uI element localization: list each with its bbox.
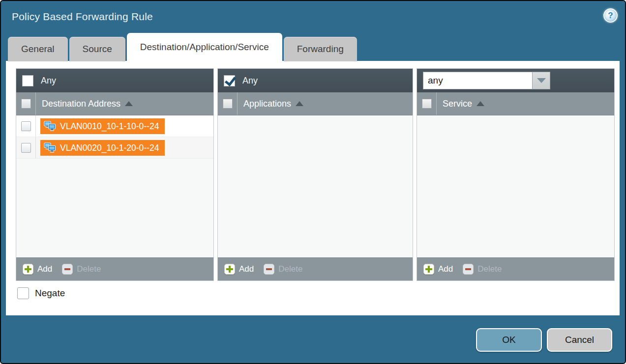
destination-any-bar: Any [16,69,213,92]
row-checkbox-cell [16,115,36,137]
destination-header-label[interactable]: Destination Address [36,99,133,109]
ok-button[interactable]: OK [476,328,542,352]
tab-destination-application-service[interactable]: Destination/Application/Service [127,33,282,61]
service-list [417,115,614,257]
applications-column: Any Applications Add Delete [217,68,413,281]
destination-list-item[interactable]: VLAN0010_10-1-10-0--24 [16,115,213,137]
negate-label: Negate [35,288,65,299]
applications-header-label[interactable]: Applications [238,99,303,109]
applications-add-button[interactable]: Add [224,264,254,275]
service-dropdown-button[interactable] [532,72,550,89]
delete-icon [264,264,274,275]
negate-checkbox[interactable] [17,287,29,299]
destination-item-label: VLAN0010_10-1-10-0--24 [60,120,159,132]
applications-delete-button[interactable]: Delete [264,264,302,275]
delete-icon [463,264,474,275]
header-checkbox-cell [218,92,238,115]
header-checkbox-cell [16,92,36,115]
chevron-down-icon [537,78,546,83]
address-object-chip[interactable]: VLAN0010_10-1-10-0--24 [40,118,165,134]
applications-list [218,115,413,257]
sort-asc-icon [125,101,133,106]
delete-icon [62,264,73,275]
destination-delete-button[interactable]: Delete [62,264,101,275]
destination-select-all-checkbox[interactable] [21,99,31,109]
destination-list: VLAN0010_10-1-10-0--24 VLAN0020_10-1-20-… [16,115,213,257]
negate-row: Negate [17,287,65,299]
address-object-chip[interactable]: VLAN0020_10-1-20-0--24 [40,140,165,156]
service-add-button[interactable]: Add [423,264,453,275]
content-panel: Any Destination Address [6,61,620,315]
tab-general[interactable]: General [8,37,68,61]
applications-any-bar: Any [218,69,413,92]
applications-footer-bar: Add Delete [218,257,413,280]
destination-add-button[interactable]: Add [23,264,52,275]
destination-item-label: VLAN0020_10-1-20-0--24 [60,142,159,154]
network-address-icon [44,142,57,153]
tab-forwarding[interactable]: Forwarding [284,37,357,61]
help-icon[interactable]: ? [603,8,618,23]
policy-based-forwarding-dialog: Policy Based Forwarding Rule ? General S… [0,0,626,364]
network-address-icon [44,121,57,132]
add-icon [23,264,33,275]
destination-footer-bar: Add Delete [16,257,213,280]
destination-list-item[interactable]: VLAN0020_10-1-20-0--24 [16,137,213,159]
applications-column-header: Applications [218,92,413,115]
applications-select-all-checkbox[interactable] [223,99,233,109]
sort-asc-icon [296,101,303,106]
add-icon [423,264,434,275]
destination-column-header: Destination Address [16,92,213,115]
dialog-title: Policy Based Forwarding Rule [12,11,153,23]
tab-bar: General Source Destination/Application/S… [8,33,357,61]
add-icon [224,264,235,275]
destination-any-checkbox[interactable] [22,75,33,86]
destination-any-label: Any [41,76,56,86]
service-footer-bar: Add Delete [417,257,614,280]
sort-asc-icon [477,101,484,106]
header-checkbox-cell [417,92,437,115]
service-delete-button[interactable]: Delete [463,264,502,275]
service-dropdown [423,72,550,89]
service-dropdown-bar [417,69,614,92]
service-dropdown-input[interactable] [423,72,532,89]
service-column-header: Service [417,92,614,115]
applications-any-label: Any [242,76,258,86]
cancel-button[interactable]: Cancel [547,328,612,352]
destination-address-column: Any Destination Address [16,68,214,281]
tab-source[interactable]: Source [69,37,125,61]
service-header-label[interactable]: Service [437,99,484,109]
service-column: Service Add Delete [417,68,615,281]
row-checkbox-cell [16,137,36,158]
applications-any-checkbox[interactable] [224,75,235,86]
service-select-all-checkbox[interactable] [422,99,432,109]
row-checkbox[interactable] [21,121,31,131]
row-checkbox[interactable] [21,143,31,153]
